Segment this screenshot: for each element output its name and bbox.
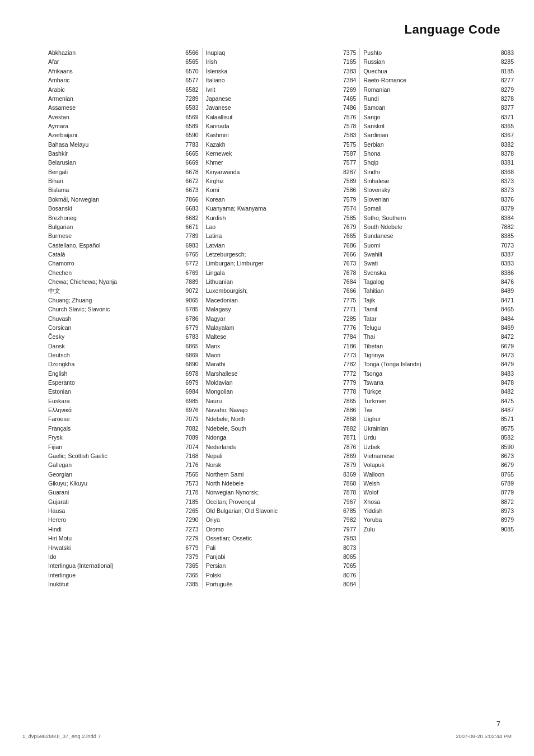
table-row: Kuanyama; Kwanyama7574: [205, 204, 358, 213]
lang-name: Mongolian: [205, 387, 331, 396]
table-row: Bashkir6665: [47, 149, 200, 158]
lang-code: 7679: [331, 222, 358, 231]
lang-name: Euskara: [47, 396, 172, 405]
lang-name: Tigrinya: [362, 351, 484, 360]
lang-code: 6979: [172, 378, 199, 387]
table-row: Castellano, Español6983: [47, 241, 200, 250]
lang-code: 6983: [172, 241, 199, 250]
lang-name: Macedonian: [205, 296, 331, 305]
lang-code: 7073: [484, 241, 515, 250]
table-row: Frysk7089: [47, 433, 200, 442]
lang-code: 6772: [172, 259, 199, 268]
table-row: Tatar8484: [362, 314, 515, 323]
lang-table-3: Pushto8083Russian8285Quechua8185Raeto-Ro…: [362, 48, 515, 534]
lang-code: 7565: [172, 470, 199, 479]
lang-code: 8385: [484, 231, 515, 240]
lang-code: 7186: [331, 342, 358, 351]
lang-code: 7773: [331, 351, 358, 360]
table-row: Ndebele, South7882: [205, 424, 358, 433]
table-row: Tonga (Tonga Islands)8479: [362, 360, 515, 368]
lang-name: Pali: [205, 543, 331, 552]
table-row: Inupiaq7375: [205, 48, 358, 57]
lang-code: 7977: [331, 525, 358, 534]
lang-name: Tagalog: [362, 277, 484, 286]
table-row: Bahasa Melayu7783: [47, 140, 200, 149]
table-row: Afar6565: [47, 57, 200, 66]
lang-code: 7585: [331, 213, 358, 222]
table-row: Brezhoneg6682: [47, 213, 200, 222]
lang-code: 7273: [172, 525, 199, 534]
table-row: Português8084: [205, 580, 358, 589]
lang-name: Fijian: [47, 442, 172, 451]
table-row: Chuvash6786: [47, 314, 200, 323]
table-row: Nederlands7876: [205, 442, 358, 451]
page-title: Language Code: [404, 22, 500, 37]
lang-code: 7577: [331, 158, 358, 167]
table-row: Armenian7289: [47, 94, 200, 103]
lang-code: 7779: [331, 378, 358, 387]
table-row: Kinyarwanda8287: [205, 167, 358, 176]
lang-name: Brezhoneg: [47, 213, 172, 222]
lang-name: Telugu: [362, 323, 484, 332]
table-row: South Ndebele7882: [362, 222, 515, 231]
lang-code: 7185: [172, 497, 199, 506]
lang-code: 8575: [484, 424, 515, 433]
lang-name: Estonian: [47, 387, 172, 396]
lang-name: Nepali: [205, 451, 331, 460]
lang-code: 8979: [484, 515, 515, 524]
lang-code: 6570: [172, 67, 199, 76]
lang-code: 8582: [484, 433, 515, 442]
lang-name: Tsonga: [362, 369, 484, 378]
lang-code: 8378: [484, 149, 515, 158]
lang-code: 7889: [172, 277, 199, 286]
lang-code: 6785: [331, 506, 358, 515]
table-row: Norwegian Nynorsk;7878: [205, 488, 358, 497]
lang-name: Türkçe: [362, 387, 484, 396]
column-1: Abkhazian6566Afar6565Afrikaans6570Amhari…: [45, 48, 203, 589]
lang-code: 7575: [331, 140, 358, 149]
lang-code: 6985: [172, 396, 199, 405]
table-row: Oriya7982: [205, 515, 358, 524]
table-row: Dansk6865: [47, 342, 200, 351]
lang-name: Tswana: [362, 378, 484, 387]
lang-name: Bahasa Melayu: [47, 140, 172, 149]
lang-code: 8469: [484, 323, 515, 332]
lang-code: 6678: [172, 167, 199, 176]
table-row: Slovensky8373: [362, 185, 515, 194]
table-row: Nepali7869: [205, 451, 358, 460]
table-row: Français7082: [47, 424, 200, 433]
table-row: Abkhazian6566: [47, 48, 200, 57]
lang-code: 6682: [172, 213, 199, 222]
table-row: Sardinian8367: [362, 130, 515, 139]
lang-name: Maltese: [205, 332, 331, 341]
lang-code: 7285: [331, 314, 358, 323]
lang-name: Luxembourgish;: [205, 286, 331, 295]
lang-name: Bulgarian: [47, 222, 172, 231]
table-row: Tibetan6679: [362, 342, 515, 351]
lang-name: Raeto-Romance: [362, 76, 484, 85]
lang-code: 7168: [172, 451, 199, 460]
lang-name: Afrikaans: [47, 67, 172, 76]
table-row: Chewa; Chichewa; Nyanja7889: [47, 277, 200, 286]
lang-name: Kernewek: [205, 149, 331, 158]
lang-code: 6590: [172, 130, 199, 139]
table-row: Pushto8083: [362, 48, 515, 57]
lang-name: Welsh: [362, 479, 484, 488]
lang-name: Nederlands: [205, 442, 331, 451]
lang-name: Thai: [362, 332, 484, 341]
lang-code: 8279: [484, 85, 515, 94]
lang-name: Manx: [205, 342, 331, 351]
lang-code: 7176: [172, 460, 199, 469]
table-row: Tamil8465: [362, 305, 515, 314]
lang-name: Korean: [205, 195, 331, 204]
lang-name: Slovensky: [362, 185, 484, 194]
table-row: Marathi7782: [205, 360, 358, 368]
table-row: Estonian6984: [47, 387, 200, 396]
lang-name: Kurdish: [205, 213, 331, 222]
lang-name: Česky: [47, 332, 172, 341]
table-row: Ido7379: [47, 552, 200, 561]
lang-name: Sotho; Southern: [362, 213, 484, 222]
lang-code: 8386: [484, 268, 515, 277]
lang-name: Ndonga: [205, 433, 331, 442]
lang-name: Magyar: [205, 314, 331, 323]
